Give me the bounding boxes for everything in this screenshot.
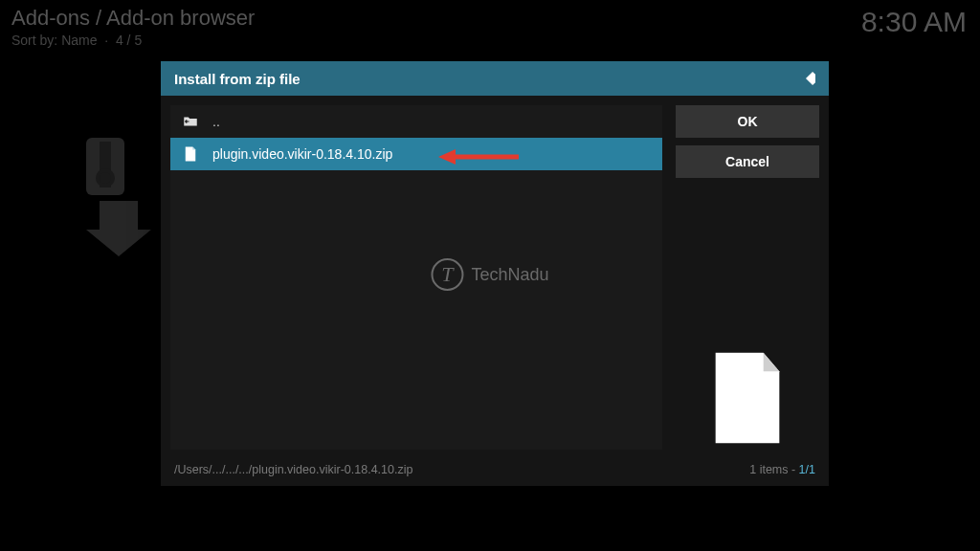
folder-up-icon [182,113,199,130]
clock: 8:30 AM [861,6,967,38]
sort-info: Sort by: Name · 4 / 5 [11,33,255,48]
svg-rect-1 [100,142,111,187]
parent-directory-row[interactable]: .. [170,105,662,138]
page-title: Add-ons / Add-on browser [11,6,255,31]
zip-file-label: plugin.video.vikir-0.18.4.10.zip [212,146,392,162]
dialog-footer: /Users/.../.../.../plugin.video.vikir-0.… [161,459,829,486]
svg-rect-3 [806,72,815,85]
ok-button[interactable]: OK [676,105,819,138]
technadu-watermark: T TechNadu [431,258,548,291]
kodi-logo-icon [796,69,815,88]
technadu-logo-icon: T [431,258,463,291]
dialog-title: Install from zip file [174,71,301,87]
file-icon [182,145,199,163]
annotation-arrow-icon [438,146,521,167]
zip-file-row[interactable]: plugin.video.vikir-0.18.4.10.zip [170,138,662,170]
dialog-side-panel: OK Cancel [676,105,819,450]
parent-directory-label: .. [212,114,220,129]
item-count: 1 items - 1/1 [749,463,815,476]
breadcrumb: Add-ons / Add-on browser Sort by: Name ·… [11,6,255,48]
cancel-button[interactable]: Cancel [676,145,819,178]
file-list[interactable]: .. plugin.video.vikir-0.18.4.10.zip [170,105,662,450]
current-path: /Users/.../.../.../plugin.video.vikir-0.… [174,463,412,476]
svg-marker-6 [438,149,456,165]
file-preview-icon [700,350,795,446]
dialog-header: Install from zip file [161,61,829,96]
svg-rect-4 [800,73,805,77]
zip-download-icon [80,124,157,258]
